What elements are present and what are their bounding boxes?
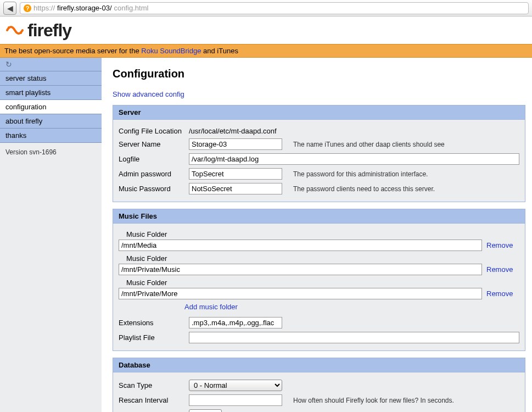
svg-point-1 [20,32,22,34]
show-advanced-link[interactable]: Show advanced config [113,90,184,98]
admin-password-input[interactable] [189,168,282,180]
browser-toolbar: ◀ ? https://firefly.storage-03/config.ht… [0,0,532,16]
sidebar-item-about-firefly[interactable]: about firefly [0,114,102,129]
page-title: Configuration [113,68,525,80]
music-folder-label: Music Folder [119,253,519,264]
music-folder-label: Music Folder [119,277,519,288]
back-arrow-icon: ◀ [7,4,13,13]
logfile-input[interactable] [189,153,519,165]
url-protocol: https:// [33,4,55,12]
sidebar-item-configuration[interactable]: configuration [0,100,102,114]
extensions-label: Extensions [119,319,184,327]
admin-password-label: Admin password [119,170,184,178]
database-section-header: Database [113,358,525,372]
music-password-label: Music Password [119,185,184,193]
url-bar[interactable]: ? https://firefly.storage-03/config.html [20,2,529,14]
tagline-suffix: and iTunes [201,47,238,55]
sidebar: ↻ server statussmart playlistsconfigurat… [0,58,102,412]
remove-folder-link[interactable]: Remove [486,265,519,274]
config-file-label: Config File Location [119,127,184,135]
music-password-input[interactable] [189,183,282,194]
server-name-input[interactable] [189,138,282,150]
svg-point-0 [8,26,10,29]
scan-type-label: Scan Type [119,381,184,389]
main-content: Configuration Show advanced config Serve… [102,58,532,412]
firefly-logo-icon [5,21,24,40]
version-label: Version svn-1696 [0,143,102,162]
rescan-interval-label: Rescan Interval [119,396,184,404]
rescan-interval-input[interactable] [189,394,282,406]
soundbridge-link[interactable]: Roku SoundBridge [141,47,201,55]
extensions-input[interactable] [189,317,282,329]
always-scan-select[interactable]: No [189,409,222,412]
database-section: Database Scan Type 0 - Normal Rescan Int… [113,358,525,412]
server-name-label: Server Name [119,140,184,148]
music-folder-input[interactable] [119,264,482,275]
remove-folder-link[interactable]: Remove [486,241,519,249]
rescan-interval-help: How often should Firefly look for new fi… [293,397,454,404]
server-name-help: The name iTunes and other daap clients s… [293,141,445,148]
back-button[interactable]: ◀ [3,2,16,15]
firefly-logo-text: firefly [27,20,71,41]
scan-type-select[interactable]: 0 - Normal [189,380,282,391]
add-music-folder-link[interactable]: Add music folder [184,303,238,311]
admin-password-help: The password for this administration int… [293,170,428,178]
music-files-section: Music Files Music FolderRemoveMusic Fold… [113,209,525,351]
tagline-banner: The best open-source media server for th… [0,44,532,58]
url-path: config.html [114,4,149,12]
playlist-file-label: Playlist File [119,333,184,342]
sidebar-item-thanks[interactable]: thanks [0,129,102,143]
remove-folder-link[interactable]: Remove [486,289,519,298]
url-host: firefly.storage-03/ [57,4,111,12]
music-password-help: The password clients need to access this… [293,185,435,193]
sidebar-item-smart-playlists[interactable]: smart playlists [0,86,102,100]
site-identity-icon: ? [24,4,31,12]
tagline-prefix: The best open-source media server for th… [4,47,141,55]
music-files-section-header: Music Files [113,209,525,224]
config-file-value: /usr/local/etc/mt-daapd.conf [189,127,277,135]
music-folder-input[interactable] [119,240,482,251]
reload-icon[interactable]: ↻ [0,58,102,71]
logfile-label: Logfile [119,155,184,163]
music-folder-input[interactable] [119,288,482,299]
sidebar-item-server-status[interactable]: server status [0,71,102,86]
app-header: firefly [0,16,532,44]
server-section-header: Server [113,105,525,120]
playlist-file-input[interactable] [189,332,519,343]
server-section: Server Config File Location /usr/local/e… [113,105,525,202]
music-folder-label: Music Folder [119,229,519,240]
